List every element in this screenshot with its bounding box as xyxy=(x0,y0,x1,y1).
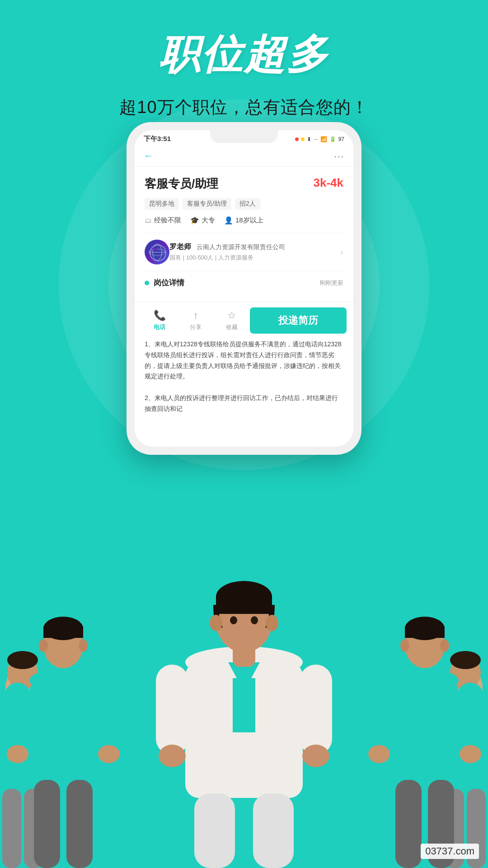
experience-label: 经验不限 xyxy=(154,216,181,225)
svg-rect-62 xyxy=(300,665,332,755)
svg-point-23 xyxy=(7,745,28,763)
people-section xyxy=(0,529,488,868)
apply-button[interactable]: 投递简历 xyxy=(250,307,347,334)
status-dot-yellow xyxy=(301,137,305,141)
svg-point-64 xyxy=(302,745,329,767)
phone-action[interactable]: 📞 电话 xyxy=(141,310,178,331)
download-icon: ⬇ xyxy=(307,136,311,142)
person-center xyxy=(149,552,339,868)
more-options-button[interactable]: ··· xyxy=(334,151,344,161)
education-icon: 🎓 xyxy=(190,216,199,225)
svg-point-59 xyxy=(230,616,237,624)
share-label: 分享 xyxy=(190,323,202,331)
action-bar: 📞 电话 ↑ 分享 ☆ 收藏 投递简历 xyxy=(135,302,353,339)
svg-rect-56 xyxy=(216,596,272,614)
svg-point-20 xyxy=(79,639,88,652)
age-label: 18岁以上 xyxy=(235,216,263,225)
share-icon: ↑ xyxy=(193,310,198,321)
watermark: 03737.com xyxy=(421,844,479,859)
svg-point-0 xyxy=(149,244,165,260)
job-description: 1、来电人对12328专线联络给员提供服务不满意的，通过电话向12328专线联络… xyxy=(135,339,353,419)
share-action[interactable]: ↑ 分享 xyxy=(178,310,214,331)
job-header: 客服专员/助理 3k-4k xyxy=(145,176,343,192)
svg-rect-61 xyxy=(156,665,188,755)
svg-rect-66 xyxy=(253,793,294,868)
svg-rect-34 xyxy=(366,683,392,753)
person-right xyxy=(361,597,488,868)
svg-point-36 xyxy=(368,745,390,763)
svg-rect-35 xyxy=(457,683,483,753)
req-age: 👤 18岁以上 xyxy=(224,216,263,225)
svg-point-1 xyxy=(153,244,162,260)
wifi-icon: 🔋 xyxy=(329,136,336,142)
req-education: 🎓 大专 xyxy=(190,216,215,225)
company-arrow-icon: › xyxy=(340,247,343,257)
job-details-title: 岗位详情 xyxy=(154,278,315,288)
req-experience: 🗂 经验不限 xyxy=(145,216,181,225)
signal-icon: 📶 xyxy=(320,136,327,142)
company-info: 罗老师 云南人力资源开发有限责任公司 国有 | 100-500人 | 人力资源服… xyxy=(169,242,340,262)
battery-level: 97 xyxy=(338,136,344,142)
age-icon: 👤 xyxy=(224,216,233,225)
phone-label: 电话 xyxy=(154,323,165,331)
svg-point-28 xyxy=(391,669,459,692)
job-content: 客服专员/助理 3k-4k 昆明多地 客服专员/助理 招2人 🗂 经验不限 🎓 xyxy=(135,167,353,302)
svg-rect-21 xyxy=(5,683,31,753)
collect-action[interactable]: ☆ 收藏 xyxy=(214,310,250,331)
phone-screen: 下午3:51 ⬇ ··· 📶 🔋 97 ← ··· 客服专 xyxy=(135,130,353,447)
svg-point-58 xyxy=(266,615,278,631)
svg-point-19 xyxy=(39,639,48,652)
back-button[interactable]: ← xyxy=(144,150,154,162)
recruiter-name: 罗老师 云南人力资源开发有限责任公司 xyxy=(169,242,340,252)
status-icons: ⬇ ··· 📶 🔋 97 xyxy=(295,136,344,142)
svg-rect-31 xyxy=(405,627,445,638)
green-dot-icon xyxy=(145,281,149,285)
phone-mockup: 下午3:51 ⬇ ··· 📶 🔋 97 ← ··· 客服专 xyxy=(127,122,361,455)
company-avatar xyxy=(145,240,169,264)
svg-rect-38 xyxy=(395,780,422,868)
company-section[interactable]: 罗老师 云南人力资源开发有限责任公司 国有 | 100-500人 | 人力资源服… xyxy=(145,233,343,271)
education-label: 大专 xyxy=(202,216,215,225)
company-meta: 国有 | 100-500人 | 人力资源服务 xyxy=(169,254,340,262)
phone-icon: 📞 xyxy=(154,310,166,321)
svg-point-32 xyxy=(400,639,409,652)
collect-label: 收藏 xyxy=(226,323,238,331)
status-dot-red xyxy=(295,137,299,141)
more-icon: ··· xyxy=(314,136,318,142)
star-icon: ☆ xyxy=(227,310,236,321)
job-tags: 昆明多地 客服专员/助理 招2人 xyxy=(145,198,343,210)
phone-frame: 下午3:51 ⬇ ··· 📶 🔋 97 ← ··· 客服专 xyxy=(127,122,361,455)
svg-point-37 xyxy=(460,745,481,763)
job-title: 客服专员/助理 xyxy=(145,176,218,192)
job-tag-headcount: 招2人 xyxy=(235,198,260,210)
job-salary: 3k-4k xyxy=(314,176,344,190)
svg-point-24 xyxy=(98,745,120,763)
experience-icon: 🗂 xyxy=(145,217,152,225)
svg-point-33 xyxy=(440,639,449,652)
svg-point-4 xyxy=(152,246,157,251)
svg-rect-25 xyxy=(34,780,60,868)
person-left xyxy=(0,597,127,868)
phone-notch xyxy=(210,130,278,143)
header-section: 职位超多 超10万个职位，总有适合您的！ xyxy=(0,0,488,119)
svg-rect-26 xyxy=(66,780,93,868)
job-requirements: 🗂 经验不限 🎓 大专 👤 18岁以上 xyxy=(145,216,343,225)
svg-point-3 xyxy=(149,249,165,255)
svg-rect-52 xyxy=(233,678,255,732)
svg-point-63 xyxy=(159,745,186,767)
subtitle: 超10万个职位，总有适合您的！ xyxy=(0,96,488,119)
svg-rect-18 xyxy=(43,627,83,638)
svg-rect-27 xyxy=(391,680,459,784)
job-tag-position: 客服专员/助理 xyxy=(183,198,231,210)
svg-point-15 xyxy=(29,669,97,692)
svg-rect-14 xyxy=(29,680,97,784)
main-title: 职位超多 xyxy=(0,27,488,82)
svg-point-57 xyxy=(210,615,222,631)
status-time: 下午3:51 xyxy=(144,135,171,143)
svg-rect-65 xyxy=(194,793,235,868)
app-nav-bar: ← ··· xyxy=(135,146,353,167)
svg-rect-22 xyxy=(96,683,122,753)
svg-point-60 xyxy=(251,616,258,624)
job-tag-location: 昆明多地 xyxy=(145,198,179,210)
job-details-header: 岗位详情 刚刚更新 xyxy=(145,278,343,288)
